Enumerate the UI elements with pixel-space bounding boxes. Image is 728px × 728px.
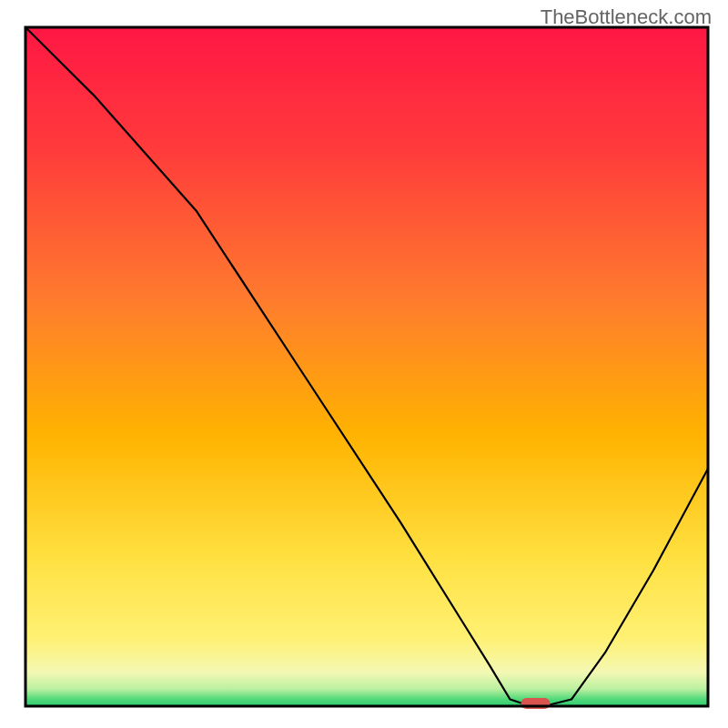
bottleneck-chart: TheBottleneck.com [0, 0, 728, 728]
watermark-text: TheBottleneck.com [541, 5, 712, 29]
chart-svg [0, 0, 728, 728]
svg-rect-0 [25, 27, 708, 706]
